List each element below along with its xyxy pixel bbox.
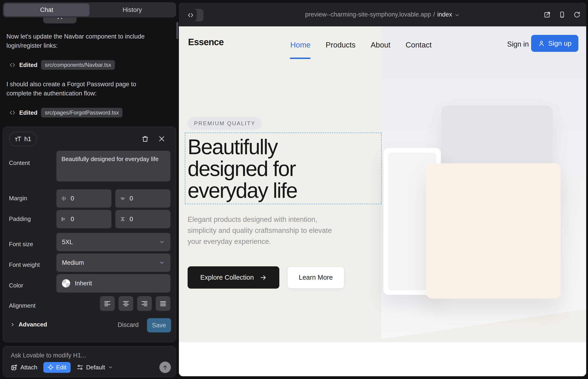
font-weight-value: Medium [62, 259, 84, 266]
url-domain: preview--charming-site-symphony.lovable.… [305, 11, 431, 18]
color-swatch-transparent [62, 279, 70, 287]
refresh-button[interactable] [573, 11, 581, 18]
lovable-chat-panel: Chat History Now let's update the Navbar… [0, 0, 179, 379]
edit-mode-pill[interactable]: Edit [43, 362, 71, 373]
sign-up-label: Sign up [548, 39, 572, 47]
chevron-right-icon [10, 322, 15, 327]
color-label: Color [9, 282, 23, 289]
assistant-message: I should also create a Forgot Password p… [6, 80, 158, 98]
align-justify-button[interactable] [156, 296, 170, 311]
open-in-new-tab-button[interactable] [543, 11, 551, 18]
tab-chat[interactable]: Chat [4, 3, 90, 16]
chevron-down-icon [159, 239, 165, 245]
close-editor-button[interactable] [156, 133, 167, 144]
site-canvas: Essence Home Products About Contact Sign… [179, 26, 586, 376]
nav-link-home[interactable]: Home [290, 41, 310, 49]
chevron-down-icon [108, 364, 113, 370]
explore-collection-label: Explore Collection [200, 274, 254, 281]
color-select[interactable]: Inherit [56, 274, 170, 293]
mode-label: Default [86, 364, 105, 371]
user-icon [538, 40, 545, 47]
hero-heading-line: everyday life [187, 180, 297, 201]
image-plus-icon [11, 364, 18, 371]
margin-label: Margin [9, 195, 27, 202]
sign-in-link[interactable]: Sign in [507, 40, 529, 48]
sign-up-button[interactable]: Sign up [531, 35, 578, 52]
target-icon [47, 364, 54, 371]
padding-horizontal-icon [61, 216, 66, 222]
save-button[interactable]: Save [147, 318, 171, 332]
site-logo[interactable]: Essence [188, 37, 224, 47]
padding-y-value: 0 [130, 216, 133, 223]
arrow-right-icon [260, 274, 267, 281]
external-link-icon [543, 11, 551, 18]
padding-x-value: 0 [71, 216, 74, 223]
url-page: index [437, 11, 452, 18]
refresh-icon [573, 11, 581, 18]
font-weight-select[interactable]: Medium [56, 253, 170, 272]
content-textarea[interactable]: Beautifully designed for everyday life [56, 151, 170, 181]
advanced-toggle[interactable]: Advanced [10, 321, 47, 328]
margin-x-input[interactable]: 0 [56, 189, 111, 208]
margin-horizontal-icon [61, 196, 66, 201]
padding-y-input[interactable]: 0 [115, 210, 170, 228]
edit-action-label: Edited [19, 109, 37, 116]
edited-file-chip[interactable]: src/pages/ForgotPassword.tsx [41, 108, 123, 117]
learn-more-button[interactable]: Learn More [287, 266, 344, 289]
nav-link-products[interactable]: Products [326, 41, 356, 49]
font-size-select[interactable]: 5XL [56, 233, 170, 251]
scrolled-chip-partial [43, 17, 77, 23]
padding-x-input[interactable]: 0 [56, 210, 111, 228]
prompt-input[interactable] [11, 350, 148, 360]
discard-button[interactable]: Discard [118, 321, 139, 329]
premium-quality-badge: PREMIUM QUALITY [187, 117, 262, 130]
chevron-down-icon [159, 260, 165, 266]
font-weight-label: Font weight [9, 261, 40, 268]
close-icon [158, 135, 165, 142]
align-center-button[interactable] [119, 296, 133, 311]
hero-heading[interactable]: Beautifully designed for everyday life [187, 136, 297, 202]
content-label: Content [9, 159, 30, 167]
preview-topbar: preview--charming-site-symphony.lovable.… [179, 3, 586, 26]
mobile-view-button[interactable] [558, 11, 566, 18]
margin-y-input[interactable]: 0 [115, 189, 170, 208]
mode-selector[interactable]: Default [77, 364, 113, 371]
nav-link-contact[interactable]: Contact [406, 41, 432, 49]
chat-history-tabbar: Chat History [3, 2, 176, 17]
font-size-value: 5XL [62, 238, 73, 246]
align-center-icon [123, 300, 129, 307]
padding-vertical-icon [120, 216, 125, 222]
chat-scrollbar-thumb[interactable] [176, 22, 178, 39]
align-left-button[interactable] [100, 296, 115, 311]
margin-x-value: 0 [71, 195, 74, 202]
font-size-label: Font size [9, 241, 33, 248]
element-tag-label: h1 [24, 136, 31, 143]
preview-actions [543, 3, 581, 26]
alignment-label: Alignment [9, 302, 35, 309]
hero-heading-line: designed for [187, 158, 297, 180]
trash-icon [141, 135, 149, 142]
explore-collection-button[interactable]: Explore Collection [187, 266, 279, 289]
color-value: Inherit [75, 280, 92, 287]
attach-button[interactable]: Attach [11, 364, 37, 371]
url-separator: / [433, 11, 435, 18]
nav-active-underline [290, 58, 310, 59]
edit-mode-label: Edit [56, 364, 66, 371]
edited-file-chip[interactable]: src/components/Navbar.tsx [41, 60, 115, 70]
send-button[interactable] [159, 362, 171, 373]
element-editor-panel: h1 Content Beautifully designed for ever… [3, 127, 176, 342]
selected-element-tag-pill[interactable]: h1 [9, 132, 37, 146]
type-icon [15, 136, 22, 142]
prompt-card: Attach Edit Default [3, 346, 176, 377]
nav-link-about[interactable]: About [371, 41, 390, 49]
smartphone-icon [558, 11, 566, 18]
next-section-white [179, 342, 586, 376]
tab-history[interactable]: History [90, 3, 175, 16]
edit-action-label: Edited [19, 62, 37, 69]
align-right-button[interactable] [137, 296, 152, 311]
chevron-down-icon [454, 12, 460, 18]
delete-element-button[interactable] [140, 133, 151, 144]
align-right-icon [141, 300, 148, 307]
preview-url-bar[interactable]: preview--charming-site-symphony.lovable.… [179, 3, 586, 26]
advanced-label: Advanced [19, 321, 47, 328]
